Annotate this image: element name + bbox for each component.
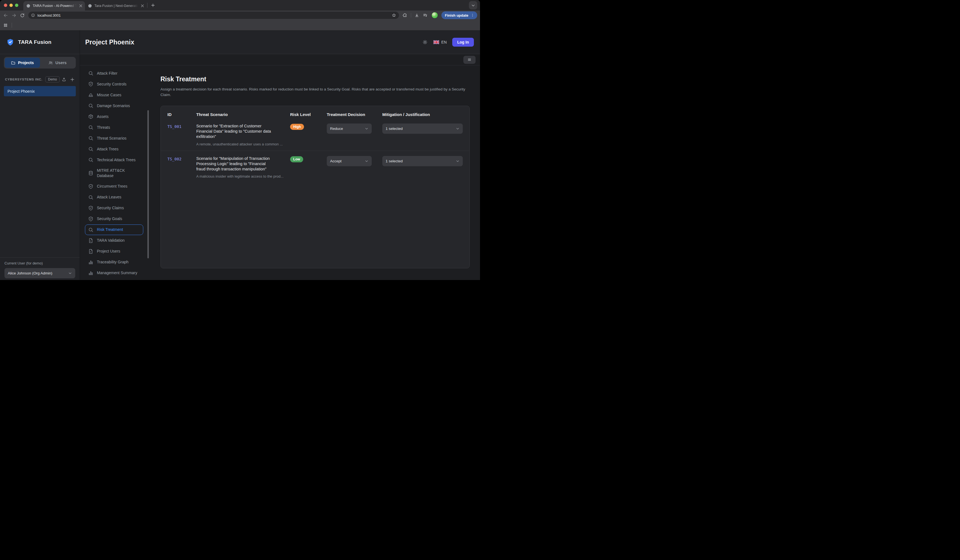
browser-tab-inactive[interactable]: Tara-Fusion | Next-Generation [85,1,147,11]
nav-item-attack-trees[interactable]: Attack Trees [85,144,143,154]
nav-item-project-users[interactable]: Project Users [85,246,143,257]
nav-item-misuse-cases[interactable]: Misuse Cases [85,89,143,100]
sidebar-item-project-phoenix[interactable]: Project Phoenix [4,86,76,96]
browser-window: TARA Fusion - AI-Powered Th Tara-Fusion … [0,0,480,280]
nav-item-threat-scenarios[interactable]: Threat Scenarios [85,133,143,144]
zoom-window-button[interactable] [15,3,18,7]
close-tab-icon[interactable] [141,4,144,8]
downloads-icon[interactable] [413,11,421,19]
nav-item-risk-treatment[interactable]: Risk Treatment [85,225,143,235]
sidebar-mode-switch: Projects Users [4,57,76,69]
nav-item-security-claims[interactable]: Security Claims [85,203,143,214]
back-button[interactable] [2,11,10,19]
tab-users[interactable]: Users [40,58,75,68]
nav-item-attack-filter[interactable]: Attack Filter [85,68,143,78]
risk-treatment-table-card: ID Threat Scenario Risk Level Treatment … [160,106,470,268]
nav-item-security-controls[interactable]: Security Controls [85,79,143,89]
language-switcher[interactable]: EN [434,40,447,45]
nav-item-technical-attack-trees[interactable]: Technical Attack Trees [85,155,143,165]
finish-update-button[interactable]: Finish update [442,11,477,19]
kebab-menu-icon[interactable] [470,13,474,17]
tab-title: Tara-Fusion | Next-Generation [94,4,138,8]
mitigation-select[interactable]: 1 selected [382,123,463,134]
column-header-mitigation: Mitigation / Justification [382,112,463,117]
reload-button[interactable] [18,11,26,19]
search-icon [88,195,94,200]
project-nav: Attack Filter Security Controls Misuse C… [80,65,149,280]
apps-grid-icon[interactable] [3,23,8,27]
login-button[interactable]: Log In [452,38,474,46]
nav-item-threats[interactable]: Threats [85,122,143,132]
search-icon [88,70,94,76]
close-tab-icon[interactable] [79,4,83,8]
nav-item-mitre-attack-database[interactable]: MITRE ATT&CK Database [85,165,143,181]
import-project-icon[interactable] [62,77,66,82]
add-project-icon[interactable] [70,77,75,82]
nav-scrollbar-thumb[interactable] [147,110,149,258]
nav-item-security-goals[interactable]: Security Goals [85,214,143,224]
address-bar[interactable]: localhost:3001 [28,12,399,19]
content-toolbar [80,54,480,65]
nav-item-traceability-graph[interactable]: Traceability Graph [85,257,143,268]
scenario-id: TS_002 [167,156,196,161]
nav-item-assets[interactable]: Assets [85,111,143,122]
tab-search-button[interactable] [469,1,477,10]
risk-treatment-page: Risk Treatment Assign a treatment decisi… [149,65,480,280]
current-user-section: Current User (for demo) Alice Johnson (O… [0,257,80,280]
chevron-down-icon [365,159,368,163]
shield-check-icon [88,184,94,189]
mitigation-select[interactable]: 1 selected [382,156,463,166]
treatment-decision-select[interactable]: Reduce [327,123,372,134]
search-icon [88,146,94,152]
reading-list-icon[interactable] [421,11,429,19]
close-window-button[interactable] [4,3,7,7]
shield-logo-icon [6,38,14,46]
column-header-threat-scenario: Threat Scenario [196,112,290,117]
current-user-select[interactable]: Alice Johnson (Org Admin) [5,268,75,278]
organization-row: CYBERSYSTEMS INC. Demo [5,76,75,82]
app-header: Project Phoenix EN Log In [80,30,480,54]
users-icon [48,61,53,65]
shield-check-icon [88,205,94,211]
bar-chart-icon [88,270,94,276]
risk-level-badge: Low [290,156,303,162]
site-info-icon[interactable] [31,13,35,17]
forward-button[interactable] [10,11,18,19]
nav-item-attack-leaves[interactable]: Attack Leaves [85,192,143,203]
folder-icon [11,61,16,65]
nav-item-circumvent-trees[interactable]: Circumvent Trees [85,181,143,192]
url-text[interactable]: localhost:3001 [37,13,390,18]
tab-projects[interactable]: Projects [5,58,40,68]
minimize-window-button[interactable] [10,3,13,7]
treatment-decision-select[interactable]: Accept [327,156,372,166]
theme-toggle-sun-icon[interactable] [422,40,428,45]
table-row: TS_002 Scenario for "Manipulation of Tra… [161,151,469,183]
scenario-title: Scenario for "Manipulation of Transactio… [196,156,281,172]
scenario-subtitle: A malicious insider with legitimate acce… [196,174,285,179]
extensions-icon[interactable] [401,11,409,19]
window-controls [0,0,23,11]
section-title: Risk Treatment [160,75,470,83]
column-header-risk-level: Risk Level [290,112,327,117]
search-icon [88,103,94,108]
browser-profile-avatar[interactable] [431,12,438,19]
nav-item-management-summary[interactable]: Management Summary [85,268,143,278]
chevron-down-icon [456,159,459,163]
file-icon [88,249,94,254]
section-description: Assign a treatment decision for each thr… [160,86,470,97]
main-region: Project Phoenix EN Log In [80,30,480,280]
browser-tab-active[interactable]: TARA Fusion - AI-Powered Th [23,1,85,11]
page-title: Project Phoenix [85,38,134,46]
app-brand: TARA Fusion [0,30,80,54]
scenario-subtitle: A remote, unauthenticated attacker uses … [196,142,285,146]
new-tab-button[interactable] [149,2,157,9]
cube-icon [88,114,94,119]
hamburger-menu-button[interactable] [463,56,475,64]
database-icon [88,171,94,176]
organization-name: CYBERSYSTEMS INC. [5,78,42,81]
nav-item-damage-scenarios[interactable]: Damage Scenarios [85,101,143,111]
bookmark-star-icon[interactable] [390,13,397,18]
shield-check-icon [88,81,94,87]
nav-item-tara-validation[interactable]: TARA Validation [85,235,143,246]
table-row: TS_001 Scenario for "Extraction of Custo… [161,118,469,150]
